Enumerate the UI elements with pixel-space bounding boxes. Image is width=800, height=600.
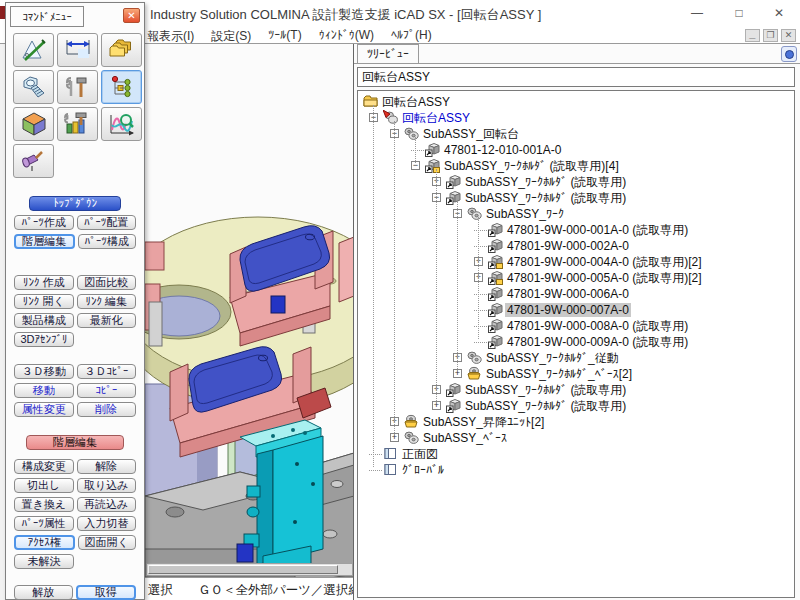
tree-item[interactable]: 47801-9W-000-008A-0 (読取専用) <box>358 318 794 334</box>
tree-item[interactable]: ｸﾞﾛｰﾊﾞﾙ <box>358 462 794 478</box>
command-button[interactable]: ﾊﾟｰﾂ配置 <box>77 215 137 230</box>
tab-tree-view[interactable]: ﾂﾘｰﾋﾞｭｰ <box>357 44 419 63</box>
folders-icon[interactable] <box>101 33 142 67</box>
tree-item[interactable]: +47801-9W-000-005A-0 (読取専用)[2] <box>358 270 794 286</box>
command-button[interactable]: 取り込み <box>77 478 137 493</box>
command-button[interactable]: 属性変更 <box>14 402 74 417</box>
command-button[interactable]: ３Ｄ移動 <box>14 364 74 379</box>
command-button[interactable]: ｱｸｾｽ権 <box>14 535 75 550</box>
bolt-icon[interactable] <box>13 70 54 104</box>
tree-guide-line <box>373 105 374 467</box>
menu-item[interactable]: ｳｨﾝﾄﾞｳ(W) <box>319 28 374 45</box>
tree-item-label: SubASSY_ﾜｰｸﾎﾙﾀﾞ_ﾍﾞｰｽ[2] <box>484 367 634 381</box>
mdi-minimize-button[interactable]: ＿ <box>745 29 760 42</box>
tree-item[interactable]: −SubASSY_ﾜｰｸﾎﾙﾀﾞ (読取専用)[4] <box>358 158 794 174</box>
command-button[interactable]: 構成変更 <box>14 459 74 474</box>
command-button[interactable]: ﾊﾟｰﾂ構成 <box>78 234 137 249</box>
tree-item[interactable]: 47801-9W-000-007A-0 <box>358 302 794 318</box>
command-button[interactable]: 製品構成 <box>14 313 74 328</box>
tree-item[interactable]: +SubASSY_ﾜｰｸﾎﾙﾀﾞ (読取専用) <box>358 382 794 398</box>
viewport-3d-model[interactable] <box>145 44 354 577</box>
tree-item[interactable]: 回転台ASSY <box>358 94 794 110</box>
viewport-3d[interactable] <box>145 44 354 577</box>
command-button[interactable]: ﾘﾝｸ 開く <box>14 294 74 309</box>
command-button[interactable]: 入力切替 <box>77 516 137 531</box>
menu-item[interactable]: 設定(S) <box>211 28 251 45</box>
tree-item[interactable]: 47801-9W-000-006A-0 <box>358 286 794 302</box>
command-button[interactable]: 置き換え <box>14 497 74 512</box>
command-button[interactable]: 解除 <box>77 459 137 474</box>
assembly-tools-icon[interactable] <box>57 107 98 141</box>
menu-item[interactable]: 報表示(I) <box>147 28 194 45</box>
command-button[interactable]: ３Ｄｺﾋﾟｰ <box>77 364 137 379</box>
tree-item-label: SubASSY_ﾜｰｸﾎﾙﾀﾞ (読取専用) <box>463 174 628 191</box>
assembly-tree[interactable]: 回転台ASSY−回転台ASSY−SubASSY_回転台47801-12-010-… <box>357 90 795 598</box>
dimension-icon[interactable] <box>57 33 98 67</box>
tree-item[interactable]: −SubASSY_ﾜｰｸ <box>358 206 794 222</box>
command-button[interactable]: ﾘﾝｸ 編集 <box>77 294 137 309</box>
assembly-icon <box>467 206 482 221</box>
tools-icon[interactable] <box>57 70 98 104</box>
command-button[interactable]: ﾘﾝｸ 作成 <box>14 275 74 290</box>
analysis-icon[interactable] <box>101 107 142 141</box>
tree-item-label: 47801-9W-000-007A-0 <box>505 303 631 317</box>
tree-item[interactable]: +SubASSY_ﾜｰｸﾎﾙﾀﾞ (読取専用) <box>358 174 794 190</box>
tree-connector <box>369 454 382 455</box>
tree-item[interactable]: 47801-12-010-001A-0 <box>358 142 794 158</box>
tree-structure-icon[interactable] <box>101 70 142 104</box>
tree-item[interactable]: +SubASSY_ﾜｰｸﾎﾙﾀﾞ (読取専用) <box>358 398 794 414</box>
tree-panel-corner-icon[interactable] <box>781 46 797 62</box>
part-ref-multi-icon <box>488 254 503 269</box>
tree-item[interactable]: 正面図 <box>358 446 794 462</box>
tree-item[interactable]: −回転台ASSY <box>358 110 794 126</box>
command-button[interactable]: ﾊﾟｰﾂ作成 <box>14 215 74 230</box>
palette-title[interactable]: ｺﾏﾝﾄﾞﾒﾆｭｰ <box>10 6 84 27</box>
sketch-icon[interactable] <box>13 33 54 67</box>
mdi-close-button[interactable]: ✕ <box>781 29 796 42</box>
scrollbar-thumb[interactable] <box>148 565 338 574</box>
tree-item-label: SubASSY_ﾜｰｸﾎﾙﾀﾞ (読取専用) <box>463 382 628 399</box>
palette-close-icon[interactable]: ✕ <box>123 8 140 23</box>
command-button[interactable]: ﾊﾟｰﾂ属性 <box>14 516 74 531</box>
command-button[interactable]: 取得 <box>76 585 137 600</box>
command-button[interactable]: 階層編集 <box>26 435 124 450</box>
command-button[interactable]: 解放 <box>14 585 73 600</box>
command-button[interactable]: 移動 <box>14 383 74 398</box>
maximize-button[interactable]: □ <box>724 4 754 23</box>
tree-item[interactable]: 47801-9W-000-001A-0 (読取専用) <box>358 222 794 238</box>
command-button[interactable]: 未解決 <box>14 554 74 569</box>
command-button[interactable]: 切出し <box>14 478 74 493</box>
tree-item[interactable]: +SubASSY_ﾜｰｸﾎﾙﾀﾞ_従動 <box>358 350 794 366</box>
command-button[interactable]: ﾄｯﾌﾟﾀﾞｳﾝ <box>29 196 121 211</box>
assembly-name-field[interactable]: 回転台ASSY <box>357 67 795 87</box>
part-ref-icon <box>488 334 503 349</box>
menu-item[interactable]: ﾂｰﾙ(T) <box>268 28 301 45</box>
tree-item-label: ｸﾞﾛｰﾊﾞﾙ <box>400 463 446 477</box>
command-button[interactable]: 図面開く <box>78 535 137 550</box>
tree-item[interactable]: −SubASSY_ﾜｰｸﾎﾙﾀﾞ (読取専用) <box>358 190 794 206</box>
mdi-restore-button[interactable]: ❐ <box>763 29 778 42</box>
paint-roller-icon[interactable] <box>13 144 54 178</box>
command-button[interactable]: ｺﾋﾟｰ <box>77 383 137 398</box>
tree-item[interactable]: +SubASSY_ﾍﾞｰｽ <box>358 430 794 446</box>
tree-item[interactable]: +SubASSY_昇降ﾕﾆｯﾄ[2] <box>358 414 794 430</box>
minimize-button[interactable]: — <box>682 4 712 23</box>
tree-item[interactable]: +SubASSY_ﾜｰｸﾎﾙﾀﾞ_ﾍﾞｰｽ[2] <box>358 366 794 382</box>
command-button[interactable]: 3Dｱｾﾝﾌﾞﾘ <box>14 332 74 347</box>
viewport-horizontal-scrollbar[interactable] <box>146 563 353 576</box>
command-button[interactable]: 再読込み <box>77 497 137 512</box>
command-button[interactable]: 図面比較 <box>77 275 137 290</box>
tree-item[interactable]: 47801-9W-000-009A-0 (読取専用) <box>358 334 794 350</box>
cube-icon[interactable] <box>13 107 54 141</box>
command-button[interactable]: 削除 <box>77 402 137 417</box>
tree-item[interactable]: 47801-9W-000-002A-0 <box>358 238 794 254</box>
command-button[interactable]: 最新化 <box>77 313 137 328</box>
part-ref-icon <box>488 318 503 333</box>
part-ref-multi-icon <box>425 158 440 173</box>
command-button[interactable]: 階層編集 <box>14 234 75 249</box>
tree-item[interactable]: −SubASSY_回転台 <box>358 126 794 142</box>
close-button[interactable]: ✕ <box>764 4 794 23</box>
menu-item[interactable]: ﾍﾙﾌﾟ(H) <box>391 28 432 45</box>
tree-item[interactable]: +47801-9W-000-004A-0 (読取専用)[2] <box>358 254 794 270</box>
folder-icon <box>363 94 378 109</box>
